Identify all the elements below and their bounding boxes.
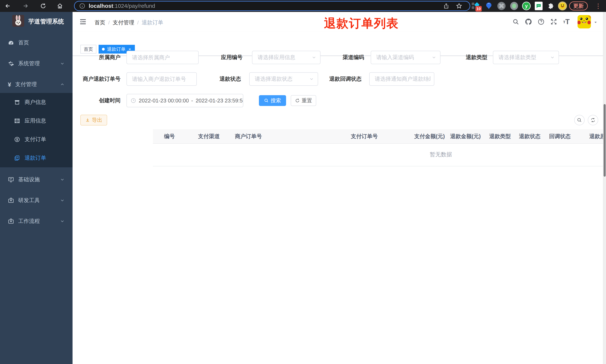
col-pay-order-no: 支付订单号 — [351, 129, 378, 144]
sidebar-item-pay[interactable]: ¥ 支付管理 — [0, 74, 73, 95]
profile-emoji-avatar[interactable] — [558, 1, 567, 10]
search-icon[interactable] — [511, 17, 520, 26]
home-icon[interactable] — [56, 2, 64, 10]
sidebar-item-label: 支付订单 — [25, 136, 46, 143]
col-notify-status: 回调状态 — [549, 129, 571, 144]
sidebar-item-label: 应用信息 — [25, 117, 46, 125]
app-title: 芋道管理系统 — [28, 17, 64, 26]
tab-close-icon[interactable] — [128, 48, 132, 51]
address-bar[interactable]: localhost:1024/pay/refund — [74, 1, 470, 11]
extension-blue-diamond-icon[interactable]: 10 — [471, 1, 480, 10]
export-button[interactable]: 导出 — [80, 115, 107, 126]
chevron-down-icon — [309, 77, 314, 81]
sidebar-item-infra[interactable]: 基础设施 — [0, 169, 73, 190]
sidebar-collapse-icon[interactable] — [79, 18, 87, 26]
sidebar-item-label: 工作流程 — [18, 218, 40, 225]
filter-label-channel: 渠道编码 — [324, 51, 364, 64]
breadcrumb-current: 退款订单 — [142, 19, 163, 26]
col-refund-amount: 退款金额(元) — [450, 129, 481, 144]
github-icon[interactable] — [524, 17, 533, 26]
channel-select[interactable]: 请输入渠道编码 — [371, 51, 440, 64]
sidebar: 芋道管理系统 首页 系统管理 ¥ 支付管理 商户信息 应用信息 — [0, 12, 73, 364]
merchant-input[interactable] — [127, 51, 199, 64]
extension-chat-icon[interactable] — [534, 1, 543, 10]
refund-type-select[interactable]: 请选择退款类型 — [493, 51, 559, 64]
chevron-down-icon — [312, 55, 316, 60]
date-start-value[interactable]: 2022-01-23 00:00:00 — [139, 98, 189, 104]
toolbox-icon — [8, 197, 14, 204]
share-icon[interactable] — [443, 3, 449, 9]
create-time-range-picker[interactable]: 2022-01-23 00:00:00 - 2022-01-23 23:59:5… — [127, 94, 243, 107]
chevron-down-icon — [550, 55, 555, 60]
col-refund-type: 退款类型 — [489, 129, 511, 144]
grid-icon — [14, 118, 20, 124]
chevron-down-icon — [60, 198, 65, 203]
col-merchant-order-no: 商户订单号 — [235, 129, 262, 144]
extension-balloon-icon[interactable] — [484, 1, 493, 10]
bookmark-star-icon[interactable] — [456, 3, 462, 9]
search-button[interactable]: 搜索 — [259, 95, 286, 106]
avatar-caret-icon[interactable] — [593, 20, 598, 25]
sidebar-item-system[interactable]: 系统管理 — [0, 53, 73, 74]
sidebar-item-pay-order[interactable]: 支付订单 — [0, 130, 73, 149]
search-icon — [264, 98, 269, 103]
fullscreen-icon[interactable] — [549, 17, 558, 26]
yen-icon: ¥ — [8, 81, 11, 88]
filter-label-app: 应用编号 — [202, 51, 243, 64]
page-scrollbar-track[interactable] — [603, 12, 606, 364]
app-select[interactable]: 请选择应用信息 — [252, 51, 320, 64]
browser-menu-icon[interactable]: ⋮ — [594, 1, 602, 10]
extension-gray-dot-icon[interactable] — [510, 1, 519, 10]
sidebar-item-app-info[interactable]: 应用信息 — [0, 112, 73, 130]
sidebar-item-label: 基础设施 — [18, 176, 40, 183]
reload-icon[interactable] — [39, 2, 47, 10]
empty-text: 暂无数据 — [430, 151, 452, 158]
back-icon[interactable] — [4, 2, 12, 10]
filter-label-refund-type: 退款类型 — [447, 51, 487, 64]
show-search-toggle-button[interactable] — [574, 115, 585, 125]
browser-update-button[interactable]: 更新 — [569, 1, 588, 10]
chevron-down-icon — [60, 177, 65, 182]
sidebar-item-refund-order[interactable]: 退款订单 — [0, 149, 73, 167]
url-path: :1024/pay/refund — [113, 3, 155, 9]
page-scrollbar-thumb[interactable] — [604, 104, 606, 177]
help-icon[interactable] — [536, 17, 546, 26]
sidebar-item-workflow[interactable]: 工作流程 — [0, 211, 73, 232]
date-end-value[interactable]: 2022-01-23 23:59:59 — [196, 98, 243, 104]
breadcrumb-home[interactable]: 首页 — [94, 19, 105, 26]
reset-button[interactable]: 重置 — [291, 95, 316, 106]
col-channel: 支付渠道 — [198, 129, 220, 144]
breadcrumb-pay[interactable]: 支付管理 — [113, 19, 134, 26]
filter-label-merchant-refund-no: 商户退款订单号 — [80, 72, 120, 86]
gear-icon — [8, 60, 14, 67]
notify-status-select[interactable]: 请选择通知商户退款结果的回调状态 — [369, 72, 434, 86]
site-info-icon[interactable] — [79, 3, 85, 9]
clock-icon — [131, 98, 136, 103]
yen-circle-icon — [14, 136, 20, 143]
refresh-table-button[interactable] — [588, 115, 598, 125]
user-avatar[interactable] — [578, 15, 591, 28]
sidebar-item-merchant-info[interactable]: 商户信息 — [0, 93, 73, 112]
chevron-up-icon — [60, 82, 65, 87]
merchant-refund-no-input[interactable] — [127, 72, 197, 86]
sidebar-item-label: 退款订单 — [25, 154, 46, 162]
top-navbar: 首页 / 支付管理 / 退款订单 退款订单列表 тT — [73, 12, 606, 32]
download-icon — [85, 118, 90, 122]
browser-toolbar: localhost:1024/pay/refund 10 ⌘ y — [0, 0, 606, 12]
extension-command-icon[interactable]: ⌘ — [497, 1, 506, 10]
sidebar-item-home[interactable]: 首页 — [0, 32, 73, 53]
app-logo[interactable] — [12, 15, 24, 27]
forward-icon[interactable] — [21, 2, 30, 10]
font-size-icon[interactable]: тT — [562, 17, 571, 26]
extensions-puzzle-icon[interactable] — [546, 1, 555, 10]
table-header: 编号 支付渠道 商户订单号 支付订单号 支付金额(元) 退款金额(元) 退款类型… — [153, 129, 606, 144]
filter-label-notify-status: 退款回调状态 — [322, 72, 362, 86]
extension-y-green-icon[interactable]: y — [522, 1, 531, 10]
monitor-icon — [8, 176, 14, 183]
refresh-icon — [295, 98, 300, 103]
refund-status-select[interactable]: 请选择退款状态 — [249, 72, 318, 86]
sidebar-item-dev-tools[interactable]: 研发工具 — [0, 190, 73, 211]
col-refund-status: 退款状态 — [519, 129, 540, 144]
briefcase-icon — [8, 218, 14, 224]
table-body: 暂无数据 — [153, 144, 606, 166]
